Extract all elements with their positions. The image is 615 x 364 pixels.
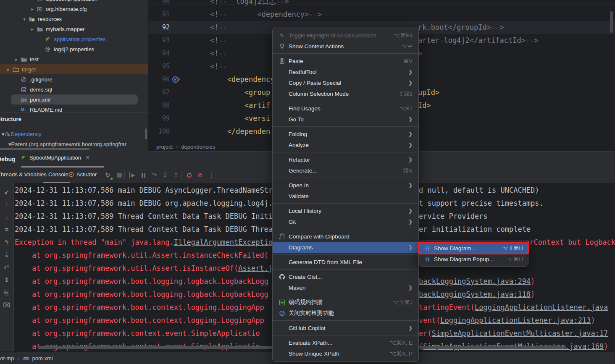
chevron-icon[interactable]: ▸ <box>29 27 36 31</box>
menu-item-generate-dtd-from-xml-file[interactable]: Generate DTD from XML File <box>273 257 418 267</box>
menu-item-folding[interactable]: Folding❯ <box>273 128 418 139</box>
view-tab-label: Console <box>48 171 68 178</box>
tree-item-target[interactable]: ▸target <box>0 64 149 74</box>
menu-item-compare-with-clipboard[interactable]: Compare with Clipboard <box>273 231 418 242</box>
code-text-fragment: Id> <box>418 99 431 112</box>
tree-item-pom-xml[interactable]: mpom.xml <box>0 94 149 105</box>
chevron-icon[interactable]: ▸ <box>29 7 36 11</box>
structure-hscrollbar[interactable] <box>0 148 89 150</box>
menu-item-toggle-highlight-of-all-occurrences[interactable]: ✎Toggle Highlight of All Occurrences⌥⌘F3 <box>273 30 418 41</box>
submenu-arrow-icon: ❯ <box>408 157 413 162</box>
print-icon[interactable]: ⎘ <box>0 289 13 296</box>
stop-button[interactable] <box>115 170 124 180</box>
breadcrumb-item-dependencies[interactable]: dependencies <box>181 144 215 150</box>
tree-item-spbootmpapplication[interactable]: SpbootMpApplication <box>0 0 149 4</box>
menu-item-git[interactable]: Git❯ <box>273 216 418 227</box>
step-into-button[interactable]: ↧ <box>161 170 169 180</box>
project-tree-panel[interactable]: SpbootMpApplication▸org.hibernate.cfg▾re… <box>0 0 149 112</box>
chevron-icon[interactable]: ▸ <box>5 67 12 72</box>
more-button[interactable]: ⋮ <box>208 170 216 180</box>
menu-item-validate[interactable]: Validate <box>273 191 418 202</box>
status-breadcrumb-project[interactable]: spboot-mp <box>0 355 14 361</box>
stacktrace-link[interactable]: backLoggingSystem.java:294 <box>419 277 531 285</box>
scroll-down-icon[interactable]: ⇣ <box>0 251 13 259</box>
code-text: <!-- <dependency>--> <box>193 8 322 21</box>
rerun-debug-button[interactable]: ↻ <box>103 170 112 180</box>
resume-button[interactable]: ▶ <box>128 170 137 180</box>
line-number: 92 <box>149 21 170 34</box>
menu-item-show-diagram-[interactable]: Show Diagram...⌥⇧⌘U <box>419 243 528 254</box>
stacktrace-link[interactable]: backLoggingSystem.java:118 <box>419 290 531 299</box>
scroll-to-end-icon[interactable]: ⇟ <box>0 276 13 284</box>
console-text: at org.springframework.context.event.Sim… <box>15 329 260 338</box>
menu-item-restfultool[interactable]: RestfulTool❯ <box>273 66 418 77</box>
breadcrumb-item-project[interactable]: project <box>156 144 173 150</box>
editor-vscrollbar[interactable] <box>610 11 613 33</box>
menu-icon-spacer <box>278 207 286 214</box>
menu-item-diagrams[interactable]: Diagrams❯ <box>273 242 418 253</box>
menu-item-编码规约扫描[interactable]: 编码规约扫描⌥⇧⌘J <box>273 297 418 308</box>
view-breakpoints-button[interactable] <box>185 170 193 180</box>
tree-item-application-properties[interactable]: application.properties <box>0 34 149 44</box>
menu-item-evaluate-xpath-[interactable]: Evaluate XPath...⌥⌘X, E <box>273 337 418 348</box>
recursive-call-gutter-icon[interactable]: ↑ <box>172 76 179 83</box>
menu-item-show-unique-xpath[interactable]: Show Unique XPath⌥⌘X, P <box>273 348 418 359</box>
menu-item-find-usages[interactable]: Find Usages⌥F7 <box>273 103 418 114</box>
menu-item-show-context-actions[interactable]: Show Context Actions⌥↵ <box>273 41 418 52</box>
menu-item-local-history[interactable]: Local History❯ <box>273 205 418 216</box>
status-breadcrumb-file[interactable]: pom.xml <box>32 355 53 361</box>
stacktrace-link[interactable]: SimpleApplicationEventMulticaster.java:1… <box>432 329 608 338</box>
menu-item-go-to[interactable]: Go To❯ <box>273 114 418 125</box>
menu-item-copy-paste-special[interactable]: Copy / Paste Special❯ <box>273 77 418 88</box>
editor-tab-bar-border <box>149 5 615 5</box>
debug-window-title: Debug <box>0 156 16 162</box>
chevron-icon[interactable]: ▸ <box>13 57 20 62</box>
down-stack-trace-icon[interactable]: ↓ <box>0 213 13 220</box>
close-icon[interactable]: ✕ <box>86 155 89 160</box>
structure-item-0[interactable]: ▾Dependency <box>0 129 149 139</box>
menu-item-show-diagram-popup-[interactable]: Show Diagram Popup...⌥⌘U <box>419 254 528 264</box>
menu-item-label: Git <box>289 219 401 225</box>
menu-item-analyze[interactable]: Analyze❯ <box>273 139 418 150</box>
return-icon[interactable]: ⏎ <box>0 264 13 271</box>
structure-vscrollbar[interactable] <box>145 128 147 139</box>
menu-item-open-in[interactable]: Open In❯ <box>273 180 418 191</box>
tab-actuator[interactable]: Actuator <box>68 171 97 178</box>
menu-item-column-selection-mode[interactable]: Column Selection Mode⇧⌘8 <box>273 88 418 99</box>
mute-breakpoints-button[interactable]: ⊘ <box>196 170 204 180</box>
console-text-fragment: erContext but Logback <box>525 236 615 249</box>
tab-session-spbootmpapplication[interactable]: SpbootMpApplication ✕ <box>20 155 89 161</box>
menu-item-关闭实时检测功能[interactable]: 关闭实时检测功能 <box>273 308 418 319</box>
tree-item-readme-md[interactable]: M↓README.md <box>0 105 149 112</box>
tab-console[interactable]: Console <box>48 171 68 178</box>
tree-item-log4j2-properties[interactable]: log4j2.properties <box>0 44 149 54</box>
stacktrace-link[interactable]: LoggingApplicationListener.java <box>475 303 608 312</box>
jump-to-source-icon[interactable]: ↙ <box>0 188 13 196</box>
stacktrace-link[interactable]: Assert.j <box>238 264 273 272</box>
submenu-arrow-icon: ❯ <box>408 285 413 291</box>
step-out-button[interactable]: ↥ <box>172 170 180 180</box>
stacktrace-link[interactable]: LoggingApplicationListener.java:213 <box>440 316 591 325</box>
step-over-button[interactable]: ↷ <box>150 170 158 180</box>
settings-icon[interactable]: ≡ <box>0 226 13 233</box>
chevron-icon[interactable]: ▾ <box>21 17 28 21</box>
tree-item-org-hibernate-cfg[interactable]: ▸org.hibernate.cfg <box>0 4 149 14</box>
tree-item-demo-sql[interactable]: demo.sql <box>0 84 149 94</box>
menu-item-shortcut: ⌥⇧⌘J <box>393 299 413 306</box>
clear-all-icon[interactable]: ⌧ <box>0 301 13 309</box>
tree-item--gitignore[interactable]: .gitignore <box>0 74 149 84</box>
soft-wrap-icon[interactable]: ↰ <box>0 238 13 246</box>
up-stack-trace-icon[interactable]: ↑ <box>0 201 13 208</box>
tree-item-mybatis-mapper[interactable]: ▸mybatis.mapper <box>0 24 149 34</box>
tab-threads-variables[interactable]: Threads & Variables <box>0 171 47 178</box>
tree-item-test[interactable]: ▸test <box>0 54 149 64</box>
menu-item-maven[interactable]: Maven❯ <box>273 282 418 293</box>
menu-item-generate-[interactable]: Generate...⌘N <box>273 165 418 176</box>
pause-button[interactable] <box>139 170 147 180</box>
tree-item-resources[interactable]: ▾resources <box>0 14 149 24</box>
menu-item-refactor[interactable]: Refactor❯ <box>273 154 418 165</box>
stacktrace-link[interactable]: IllegalArgumentExceptio <box>174 238 273 246</box>
menu-item-paste[interactable]: Paste⌘V <box>273 55 418 66</box>
menu-item-create-gist-[interactable]: Create Gist... <box>273 271 418 282</box>
menu-item-github-copilot[interactable]: GitHub Copilot❯ <box>273 322 418 333</box>
